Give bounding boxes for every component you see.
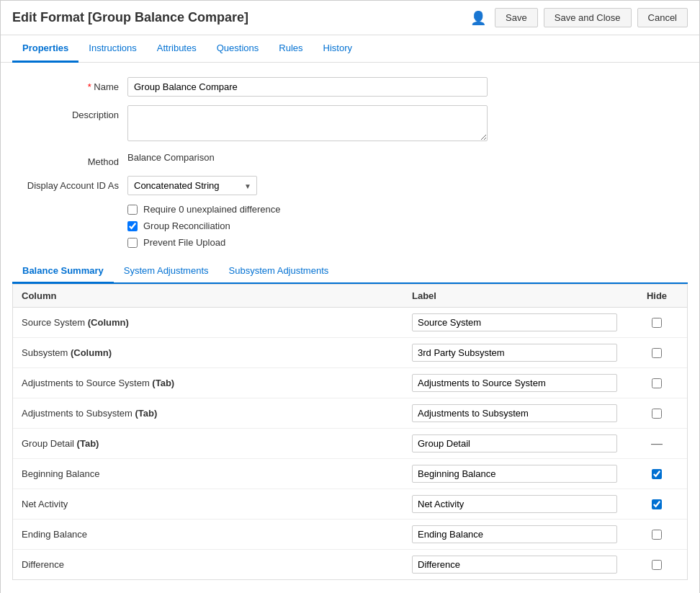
method-label: Method bbox=[12, 152, 127, 167]
row-label-input[interactable] bbox=[412, 404, 617, 422]
row-name: Source System (Column) bbox=[22, 317, 412, 328]
row-label-input[interactable] bbox=[412, 495, 617, 513]
row-hide-checkbox[interactable] bbox=[652, 318, 662, 328]
tab-history[interactable]: History bbox=[313, 35, 362, 63]
row-name: Beginning Balance bbox=[22, 468, 412, 479]
row-label-input[interactable] bbox=[412, 313, 617, 331]
method-value: Balance Comparison bbox=[127, 152, 488, 163]
method-static: Balance Comparison bbox=[127, 148, 215, 163]
row-label-input[interactable] bbox=[412, 434, 617, 452]
prevent-upload-row: Prevent File Upload bbox=[127, 237, 688, 248]
row-hide-checkbox[interactable] bbox=[652, 499, 662, 509]
row-hide-checkbox[interactable] bbox=[652, 378, 662, 388]
table-body: Source System (Column) Subsystem (Column… bbox=[13, 308, 687, 579]
col-header-hide: Hide bbox=[635, 290, 678, 301]
row-hide-cell bbox=[635, 409, 678, 419]
description-row: Description bbox=[12, 105, 688, 143]
row-label-input[interactable] bbox=[412, 344, 617, 362]
name-row: Name bbox=[12, 77, 688, 97]
save-and-close-button[interactable]: Save and Close bbox=[544, 8, 632, 27]
row-hide-checkbox[interactable] bbox=[652, 560, 662, 570]
row-label-cell bbox=[412, 404, 635, 422]
name-field bbox=[127, 77, 488, 97]
table-row: Adjustments to Source System (Tab) bbox=[13, 368, 687, 398]
row-label-cell bbox=[412, 344, 635, 362]
prevent-file-upload-checkbox[interactable] bbox=[127, 238, 138, 248]
header: Edit Format [Group Balance Compare] 👤 Sa… bbox=[1, 1, 699, 35]
table-row: Group Detail (Tab) — bbox=[13, 429, 687, 459]
group-reconciliation-label[interactable]: Group Reconciliation bbox=[143, 220, 230, 231]
tab-rules[interactable]: Rules bbox=[269, 35, 313, 63]
row-hide-cell bbox=[635, 499, 678, 509]
description-field bbox=[127, 105, 488, 143]
group-reconciliation-checkbox[interactable] bbox=[127, 221, 138, 231]
row-name: Group Detail (Tab) bbox=[22, 438, 412, 449]
tab-questions[interactable]: Questions bbox=[207, 35, 269, 63]
col-header-column: Column bbox=[22, 290, 412, 301]
row-name: Adjustments to Source System (Tab) bbox=[22, 378, 412, 388]
save-button[interactable]: Save bbox=[495, 8, 538, 27]
main-tab-bar: Properties Instructions Attributes Quest… bbox=[1, 35, 699, 63]
name-label: Name bbox=[12, 77, 127, 92]
row-label-input[interactable] bbox=[412, 465, 617, 483]
page-title: Edit Format [Group Balance Compare] bbox=[12, 10, 248, 25]
row-label-input[interactable] bbox=[412, 525, 617, 543]
row-name: Adjustments to Subsystem (Tab) bbox=[22, 408, 412, 419]
tab-properties[interactable]: Properties bbox=[12, 35, 78, 63]
table-row: Net Activity bbox=[13, 489, 687, 520]
table-row: Subsystem (Column) bbox=[13, 338, 687, 368]
display-row: Display Account ID As Concatenated Strin… bbox=[12, 176, 688, 195]
row-hide-cell bbox=[635, 348, 678, 358]
method-row: Method Balance Comparison bbox=[12, 152, 688, 167]
row-label-cell bbox=[412, 525, 635, 543]
col-header-label: Label bbox=[412, 290, 635, 301]
sub-tab-balance-summary[interactable]: Balance Summary bbox=[12, 259, 114, 284]
tab-attributes[interactable]: Attributes bbox=[147, 35, 207, 63]
balance-summary-table: Column Label Hide Source System (Column) bbox=[12, 284, 688, 580]
row-name: Net Activity bbox=[22, 499, 412, 509]
row-hide-cell bbox=[635, 530, 678, 540]
table-row: Adjustments to Subsystem (Tab) bbox=[13, 398, 687, 429]
sub-tab-subsystem-adjustments[interactable]: Subsystem Adjustments bbox=[219, 259, 339, 284]
cancel-button[interactable]: Cancel bbox=[637, 8, 688, 27]
table-row: Difference bbox=[13, 550, 687, 579]
row-hide-cell bbox=[635, 318, 678, 328]
table-row: Ending Balance bbox=[13, 520, 687, 550]
row-label-cell bbox=[412, 495, 635, 513]
row-label-cell bbox=[412, 434, 635, 452]
sub-tab-bar: Balance Summary System Adjustments Subsy… bbox=[12, 259, 688, 284]
display-label: Display Account ID As bbox=[12, 176, 127, 191]
row-hide-cell bbox=[635, 378, 678, 388]
row-hide-checkbox[interactable] bbox=[652, 409, 662, 419]
row-hide-cell bbox=[635, 469, 678, 479]
row-label-input[interactable] bbox=[412, 556, 617, 574]
row-hide-checkbox[interactable] bbox=[652, 348, 662, 358]
row-hide-checkbox[interactable] bbox=[652, 530, 662, 540]
display-select-wrapper: Concatenated String Account ID Account N… bbox=[127, 176, 257, 195]
tab-instructions[interactable]: Instructions bbox=[78, 35, 146, 63]
sub-tab-system-adjustments[interactable]: System Adjustments bbox=[114, 259, 219, 284]
display-select[interactable]: Concatenated String Account ID Account N… bbox=[127, 176, 257, 195]
row-label-input[interactable] bbox=[412, 374, 617, 392]
table-row: Beginning Balance bbox=[13, 459, 687, 489]
row-label-cell bbox=[412, 313, 635, 331]
row-label-cell bbox=[412, 465, 635, 483]
require-zero-row: Require 0 unexplained difference bbox=[127, 204, 688, 215]
name-input[interactable] bbox=[127, 77, 488, 97]
table-header: Column Label Hide bbox=[13, 285, 687, 308]
user-icon: 👤 bbox=[470, 10, 486, 26]
description-input[interactable] bbox=[127, 105, 488, 141]
row-dash-cell: — bbox=[635, 437, 678, 450]
require-zero-checkbox[interactable] bbox=[127, 205, 138, 215]
main-content: Name Description Method Balance Comparis… bbox=[1, 63, 699, 593]
table-row: Source System (Column) bbox=[13, 308, 687, 338]
row-name: Ending Balance bbox=[22, 529, 412, 540]
description-label: Description bbox=[12, 105, 127, 120]
row-name: Difference bbox=[22, 559, 412, 570]
require-zero-label[interactable]: Require 0 unexplained difference bbox=[143, 204, 281, 215]
row-hide-checkbox[interactable] bbox=[652, 469, 662, 479]
row-label-cell bbox=[412, 374, 635, 392]
row-label-cell bbox=[412, 556, 635, 574]
prevent-file-upload-label[interactable]: Prevent File Upload bbox=[143, 237, 225, 248]
group-recon-row: Group Reconciliation bbox=[127, 220, 688, 231]
